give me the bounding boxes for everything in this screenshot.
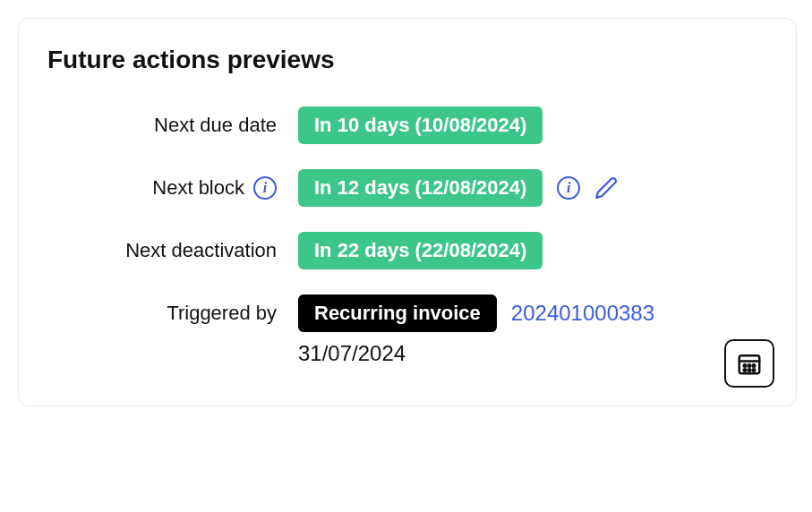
value-next-block: In 12 days (12/08/2024) i [298, 169, 618, 207]
card-title: Future actions previews [47, 46, 767, 74]
label-text: Triggered by [167, 302, 277, 325]
row-next-due-date: Next due date In 10 days (10/08/2024) [47, 107, 767, 144]
svg-point-5 [744, 369, 747, 371]
info-icon[interactable]: i [253, 176, 277, 200]
badge-next-due-date: In 10 days (10/08/2024) [298, 107, 543, 144]
svg-point-4 [753, 364, 756, 367]
svg-point-6 [748, 369, 751, 371]
row-next-deactivation: Next deactivation In 22 days (22/08/2024… [47, 232, 767, 269]
calendar-icon [736, 350, 763, 377]
svg-point-2 [744, 364, 747, 367]
badge-next-block: In 12 days (12/08/2024) [298, 169, 543, 207]
svg-point-3 [748, 364, 751, 367]
value-next-deactivation: In 22 days (22/08/2024) [298, 232, 543, 269]
future-actions-card: Future actions previews Next due date In… [18, 18, 797, 406]
badge-triggered-by: Recurring invoice [298, 294, 497, 332]
label-triggered-by: Triggered by [47, 294, 298, 332]
value-triggered-date: 31/07/2024 [298, 341, 406, 366]
label-next-deactivation: Next deactivation [47, 239, 298, 262]
row-triggered-date: 31/07/2024 [47, 341, 767, 366]
value-next-due-date: In 10 days (10/08/2024) [298, 107, 543, 144]
row-triggered-by: Triggered by Recurring invoice 202401000… [47, 294, 767, 332]
label-empty [47, 341, 298, 366]
triggered-date: 31/07/2024 [298, 341, 406, 366]
label-next-due-date: Next due date [47, 114, 298, 137]
label-text: Next due date [154, 114, 277, 137]
info-icon[interactable]: i [557, 176, 580, 200]
badge-next-deactivation: In 22 days (22/08/2024) [298, 232, 543, 269]
calendar-button[interactable] [724, 339, 774, 388]
label-next-block: Next block i [47, 176, 298, 200]
label-text: Next block [152, 176, 244, 200]
invoice-link[interactable]: 202401000383 [511, 301, 654, 326]
edit-icon[interactable] [594, 176, 618, 200]
row-next-block: Next block i In 12 days (12/08/2024) i [47, 169, 767, 207]
label-text: Next deactivation [125, 239, 277, 262]
value-triggered-by: Recurring invoice 202401000383 [298, 294, 654, 332]
svg-point-7 [753, 369, 756, 371]
